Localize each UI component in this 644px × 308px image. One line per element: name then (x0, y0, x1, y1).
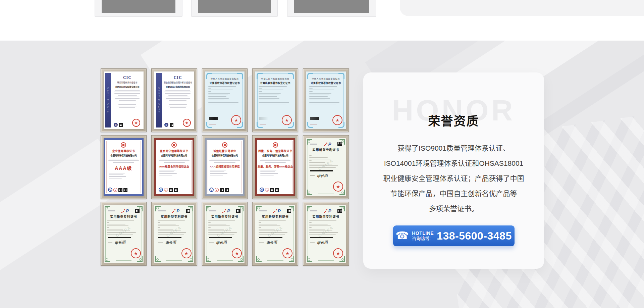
certificate-paper: 企业信用等级证书 合肥珂玛环保科技有限公司 AAA级 C ★ (104, 138, 144, 196)
award-grade: AAA级重合同守信用企业 (156, 164, 193, 168)
director-signature: 申长雨 (165, 239, 176, 245)
certificate-thumb[interactable]: CNIPA P 实用新型专利证书 申长雨 ★ (303, 202, 349, 266)
honor-section: CERTIFICATE CIC 环境管理体系认证证书 合肥珂玛环保科技有限公司 … (0, 41, 644, 308)
cnipa-logo-icon: P (222, 209, 230, 213)
certificate-thumb[interactable]: 诚信经营示范单位 合肥珂玛环保科技有限公司 AAA级诚信经营示范单位 C ★ (202, 135, 248, 199)
company-name: 合肥珂玛环保科技有限公司 (105, 154, 142, 157)
certificate-thumb[interactable]: 质量、服务、信誉等级证书 合肥珂玛环保科技有限公司 质量、服务、信誉AAA级企业… (252, 135, 298, 199)
national-emblem-seal: ★ (333, 248, 343, 258)
certificate-title: 计算机软件著作权登记证书 (205, 81, 245, 85)
certificates-grid: CERTIFICATE CIC 环境管理体系认证证书 合肥珂玛环保科技有限公司 … (101, 68, 349, 266)
certificate-thumb[interactable]: 企业信用等级证书 合肥珂玛环保科技有限公司 AAA级 C ★ (101, 135, 147, 199)
certificate-text-lines (205, 86, 245, 100)
barcode (209, 117, 218, 120)
cic-logo: CIC (163, 75, 193, 80)
gallery-card-excavation[interactable] (95, 0, 182, 17)
qr-code (170, 123, 173, 127)
red-round-seal: ★ (282, 115, 292, 125)
certificate-thumb[interactable]: CNIPA P 实用新型专利证书 申长雨 ★ (202, 202, 248, 266)
certificate-title: 计算机软件著作权登记证书 (255, 81, 295, 85)
corner-ornament (188, 206, 193, 211)
certificate-text-lines (207, 159, 243, 163)
honor-description-line: 节能环保产品，中国自主创新名优产品等 (373, 186, 535, 201)
director-signature: 申长雨 (317, 172, 328, 178)
corner-ornament (105, 256, 110, 262)
hotline-button[interactable]: ☎ HOTLINE 咨询热线: 138-5600-3485 (393, 225, 515, 246)
phone-icon: ☎ (395, 230, 409, 241)
corner-flourish (206, 122, 212, 128)
certificate-text-lines (306, 102, 346, 104)
certificate-thumb[interactable]: CNIPA P 实用新型专利证书 申长雨 ★ (252, 202, 298, 266)
excavation-site-photo (102, 0, 175, 13)
certificate-title: 实用新型专利证书 (306, 214, 346, 219)
corner-ornament (307, 256, 312, 262)
certificate-text-lines (207, 170, 243, 175)
barcode (259, 237, 282, 238)
award-grade: 质量、服务、信誉AAA级企业 (257, 164, 293, 168)
qr-code (169, 188, 173, 192)
company-name: 合肥珂玛环保科技有限公司 (112, 85, 142, 88)
star-badge-icon: ★ (164, 188, 168, 192)
certificate-text-lines (105, 173, 142, 178)
certificate-paper: 中华人民共和国国家版权局 计算机软件著作权登记证书 ★ (205, 71, 245, 129)
gallery-card-trench[interactable] (287, 0, 376, 17)
red-emblem-icon (222, 142, 227, 148)
certificate-side-band: CERTIFICATE (105, 73, 111, 127)
certificate-title: 职业健康安全管理体系认证证书 (163, 81, 193, 84)
cic-logo: CIC (112, 75, 142, 80)
gallery-card-machinery[interactable] (191, 0, 278, 17)
corner-ornament (307, 139, 312, 145)
qr-code (275, 188, 279, 192)
certificate-paper: CNIPA P 实用新型专利证书 申长雨 ★ (306, 138, 346, 196)
barcode (310, 117, 319, 120)
honor-description: 获得了ISO9001质量管理体系认证、 ISO14001环境管理体系认证和OHS… (373, 141, 535, 216)
certificate-paper: CERTIFICATE CIC 职业健康安全管理体系认证证书 合肥珂玛环保科技有… (154, 71, 194, 129)
certificate-paper: 重合同守信用等级证书 合肥珂玛环保科技有限公司 AAA级重合同守信用企业 C ★ (154, 138, 194, 196)
corner-flourish (288, 73, 294, 79)
hotline-label-en: HOTLINE (412, 230, 434, 236)
red-star-seal: ★ (183, 119, 191, 127)
red-emblem-icon (121, 142, 126, 148)
qr-code (225, 188, 229, 192)
corner-flourish (257, 122, 263, 128)
corner-ornament (155, 206, 161, 211)
cnipa-logo-icon: P (172, 209, 179, 213)
company-name: 合肥珂玛环保科技有限公司 (207, 154, 243, 157)
certificate-thumb[interactable]: CNIPA P 实用新型专利证书 申长雨 ★ (151, 202, 197, 266)
certificate-thumb[interactable]: 中华人民共和国国家版权局 计算机软件著作权登记证书 ★ (252, 68, 298, 132)
certificate-text-lines (105, 159, 142, 163)
star-badge-icon: ★ (113, 188, 117, 192)
honor-description-line: 获得了ISO9001质量管理体系认证、 (373, 141, 535, 156)
certificate-thumb[interactable]: CNIPA P 实用新型专利证书 申长雨 ★ (303, 135, 349, 199)
national-emblem-seal: ★ (181, 248, 192, 258)
qr-code (118, 188, 122, 192)
certificate-thumb[interactable]: 重合同守信用等级证书 合肥珂玛环保科技有限公司 AAA级重合同守信用企业 C ★ (151, 135, 197, 199)
national-emblem-seal: ★ (131, 248, 141, 258)
qr-code (123, 188, 127, 192)
hotline-labels: HOTLINE 咨询热线: (412, 230, 434, 241)
corner-ornament (238, 206, 244, 211)
certificate-thumb[interactable]: 中华人民共和国国家版权局 计算机软件著作权登记证书 ★ (303, 68, 349, 132)
corner-ornament (307, 190, 312, 195)
cnipa-logo-icon: P (121, 209, 129, 213)
certificate-thumb[interactable]: 中华人民共和国国家版权局 计算机软件著作权登记证书 ★ (202, 68, 248, 132)
certificate-paper: 诚信经营示范单位 合肥珂玛环保科技有限公司 AAA级诚信经营示范单位 C ★ (205, 138, 245, 196)
qr-code (174, 188, 178, 192)
certificate-thumb[interactable]: CERTIFICATE CIC 职业健康安全管理体系认证证书 合肥珂玛环保科技有… (151, 68, 197, 132)
director-signature: 申长雨 (266, 239, 277, 245)
company-name: 合肥珂玛环保科技有限公司 (163, 85, 193, 88)
national-emblem-seal: ★ (282, 248, 292, 258)
certificate-text-lines (163, 90, 193, 102)
certificate-text-lines (156, 170, 193, 175)
certificate-thumb[interactable]: CERTIFICATE CIC 环境管理体系认证证书 合肥珂玛环保科技有限公司 … (101, 68, 147, 132)
corner-flourish (307, 122, 313, 128)
corner-ornament (206, 256, 211, 262)
anti-counterfeit-icon: C (209, 188, 214, 192)
certificate-paper: CNIPA P 实用新型专利证书 申长雨 ★ (205, 205, 245, 263)
certificate-thumb[interactable]: CNIPA P 实用新型专利证书 申长雨 ★ (101, 202, 147, 266)
cic-badge-icon: C (164, 123, 168, 127)
certificate-title: 实用新型专利证书 (306, 148, 346, 152)
honor-title: 荣誉资质 (363, 111, 544, 129)
company-name: 合肥珂玛环保科技有限公司 (257, 154, 293, 157)
certificate-title: 实用新型专利证书 (154, 214, 194, 219)
